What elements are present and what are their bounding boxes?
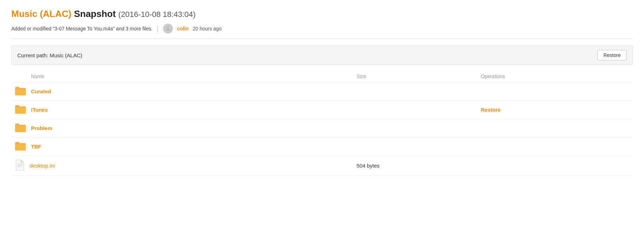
folder-name-link[interactable]: iTunes	[31, 107, 48, 113]
page-title: Music (ALAC) Snapshot (2016-10-08 18:43:…	[11, 8, 633, 19]
file-icon	[15, 159, 25, 172]
folder-name-link[interactable]: Curated	[31, 88, 51, 94]
size-cell	[353, 82, 477, 101]
name-cell: desktop.ini	[11, 156, 353, 175]
operations-cell	[477, 119, 633, 138]
folder-icon	[15, 86, 26, 97]
size-cell	[353, 101, 477, 119]
current-path-label: Current path: Music (ALAC)	[17, 52, 82, 58]
operations-cell	[477, 82, 633, 101]
name-cell: TBF	[11, 138, 353, 156]
name-cell: Problem	[11, 119, 353, 137]
folder-icon	[15, 104, 26, 115]
operations-cell: Restore	[477, 101, 633, 119]
size-cell	[353, 119, 477, 138]
svg-point-0	[167, 27, 169, 29]
operations-cell	[477, 156, 633, 176]
title-snapshot: Snapshot	[74, 8, 116, 19]
table-row: desktop.ini504 bytes	[11, 156, 633, 176]
file-table: Name Size Operations Curated iTunesResto…	[11, 71, 633, 176]
restore-top-button[interactable]: Restore	[597, 50, 627, 60]
file-name-link[interactable]: desktop.ini	[30, 163, 55, 169]
restore-operation-link[interactable]: Restore	[481, 107, 501, 113]
name-cell: iTunes	[11, 101, 353, 119]
table-row: TBF	[11, 138, 633, 156]
operations-cell	[477, 138, 633, 156]
user-avatar	[163, 24, 173, 34]
col-header-name: Name	[11, 71, 353, 82]
folder-name-link[interactable]: TBF	[31, 144, 41, 150]
commit-username[interactable]: colin	[177, 26, 189, 31]
col-header-operations: Operations	[477, 71, 633, 82]
size-cell	[353, 138, 477, 156]
commit-info: Added or modified "3-07 Message To You.m…	[11, 24, 633, 39]
title-date: (2016-10-08 18:43:04)	[118, 10, 195, 19]
commit-divider: |	[157, 25, 158, 33]
size-cell: 504 bytes	[353, 156, 477, 176]
table-row: Problem	[11, 119, 633, 138]
folder-icon	[15, 123, 26, 134]
folder-name-link[interactable]: Problem	[31, 125, 52, 131]
title-music: Music (ALAC)	[11, 8, 71, 19]
name-cell: Curated	[11, 82, 353, 100]
col-header-size: Size	[353, 71, 477, 82]
table-row: Curated	[11, 82, 633, 101]
table-row: iTunesRestore	[11, 101, 633, 119]
commit-message: Added or modified "3-07 Message To You.m…	[11, 26, 152, 31]
folder-icon	[15, 141, 26, 152]
commit-time: 20 hours ago	[193, 26, 222, 31]
path-bar: Current path: Music (ALAC) Restore	[11, 45, 633, 65]
